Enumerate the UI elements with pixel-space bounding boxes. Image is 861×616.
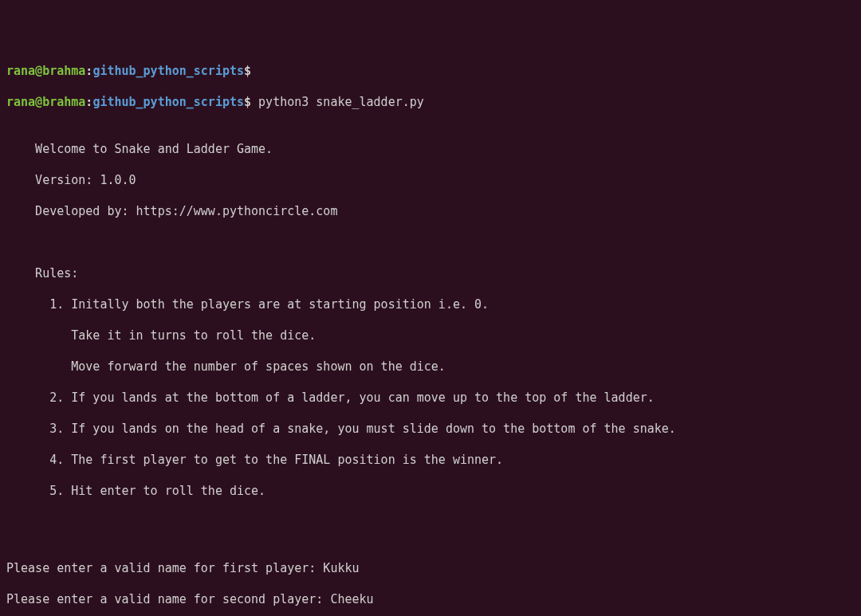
rule-1c: Move forward the number of spaces shown … [6, 359, 855, 375]
prompt-user: rana@brahma [6, 95, 85, 109]
welcome-blank [6, 235, 855, 251]
prompt-path: github_python_scripts [92, 95, 244, 109]
prompt-dollar: $ [244, 95, 251, 109]
player1-input[interactable]: Please enter a valid name for first play… [6, 561, 855, 577]
welcome-developed: Developed by: https://www.pythoncircle.c… [6, 204, 855, 220]
rules-end-blank [6, 515, 855, 531]
prompt-user: rana@brahma [6, 64, 85, 78]
prompt-dollar: $ [244, 64, 251, 78]
rules-header: Rules: [6, 266, 855, 282]
rule-1b: Take it in turns to roll the dice. [6, 328, 855, 344]
rule-3: 3. If you lands on the head of a snake, … [6, 422, 855, 437]
prompt-line-2: rana@brahma:github_python_scripts$ pytho… [6, 95, 855, 111]
player2-input[interactable]: Please enter a valid name for second pla… [6, 592, 855, 608]
prompt-line-1: rana@brahma:github_python_scripts$ [6, 64, 855, 80]
rule-5: 5. Hit enter to roll the dice. [6, 484, 855, 500]
welcome-version: Version: 1.0.0 [6, 173, 855, 189]
welcome-title: Welcome to Snake and Ladder Game. [6, 142, 855, 158]
rule-4: 4. The first player to get to the FINAL … [6, 453, 855, 469]
rule-1a: 1. Initally both the players are at star… [6, 297, 855, 313]
rule-2: 2. If you lands at the bottom of a ladde… [6, 390, 855, 406]
command-text[interactable]: python3 snake_ladder.py [251, 95, 424, 109]
prompt-path: github_python_scripts [92, 64, 244, 78]
